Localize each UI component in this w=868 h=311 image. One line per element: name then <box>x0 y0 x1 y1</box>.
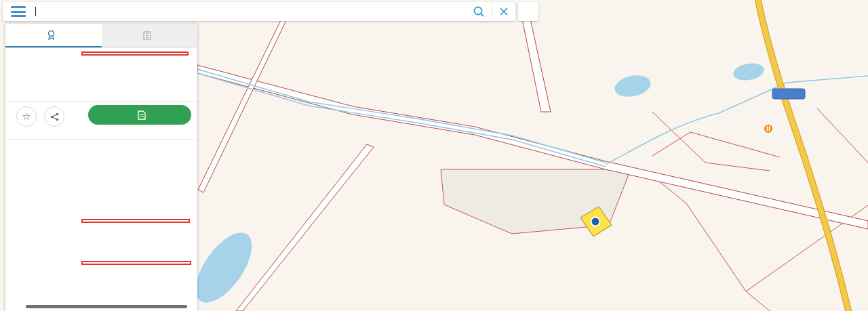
text-caret <box>35 7 36 16</box>
selected-parcel-marker[interactable] <box>591 217 600 226</box>
poi-food-icon <box>764 124 773 133</box>
land-badge-icon <box>47 30 56 40</box>
cutoff-element <box>26 305 187 308</box>
share-icon <box>50 112 59 121</box>
add-to-list-button[interactable]: ☆ <box>16 106 37 127</box>
share-button[interactable] <box>44 106 64 127</box>
object-documents-button[interactable] <box>88 105 191 125</box>
search-input[interactable] <box>35 7 473 17</box>
poi-shawarma[interactable] <box>764 124 773 133</box>
clear-search-icon[interactable] <box>499 7 509 16</box>
building-icon <box>143 31 151 40</box>
search-icon[interactable] <box>473 5 485 18</box>
search-bar[interactable] <box>3 2 515 21</box>
favorites-button[interactable] <box>518 2 538 21</box>
cadastral-map-app: ☆ <box>0 0 868 311</box>
menu-icon[interactable] <box>11 6 26 17</box>
tab-building[interactable] <box>102 24 198 47</box>
object-info-panel: ☆ <box>5 24 197 311</box>
document-icon <box>138 110 146 120</box>
divider <box>492 5 492 18</box>
cad-number-link[interactable] <box>81 51 189 56</box>
tab-land-parcel[interactable] <box>5 24 102 47</box>
road-badge <box>772 89 805 99</box>
